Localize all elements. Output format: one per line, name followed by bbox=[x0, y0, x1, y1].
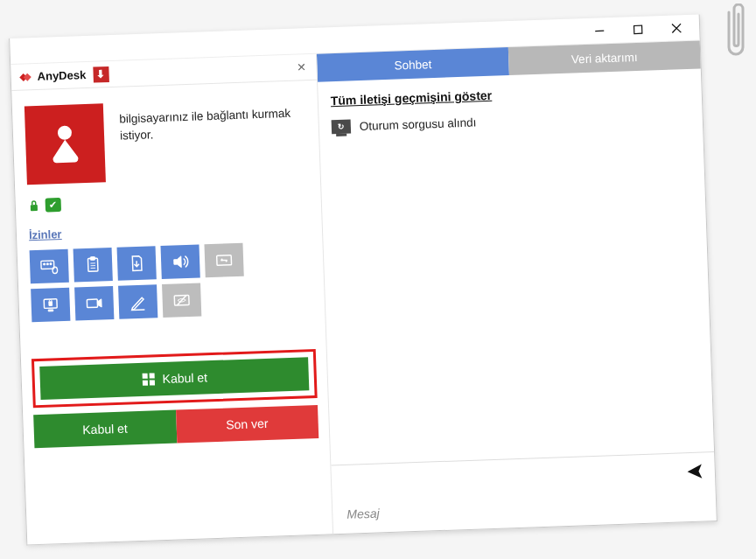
svg-rect-11 bbox=[50, 263, 52, 265]
app-window: AnyDesk ⬇ × bilgisayarınız ile bağlantı … bbox=[9, 14, 718, 545]
svg-rect-22 bbox=[87, 299, 97, 308]
send-icon[interactable] bbox=[684, 462, 704, 486]
perm-display-switch[interactable] bbox=[204, 243, 243, 278]
anydesk-logo-icon bbox=[16, 69, 32, 86]
reject-button[interactable]: Son ver bbox=[176, 405, 319, 444]
perm-lock[interactable] bbox=[31, 288, 70, 323]
accept-label: Kabul et bbox=[82, 422, 128, 437]
chat-body bbox=[319, 124, 714, 465]
requester-block: bilgisayarınız ile bağlantı kurmak istiy… bbox=[11, 80, 320, 194]
request-panel: AnyDesk ⬇ × bilgisayarınız ile bağlantı … bbox=[10, 54, 333, 545]
svg-rect-14 bbox=[90, 257, 95, 261]
shield-icon bbox=[141, 372, 156, 387]
app-name: AnyDesk bbox=[37, 68, 86, 83]
verified-status-icon: ✔ bbox=[46, 198, 62, 213]
vignette bbox=[0, 542, 756, 559]
request-text: bilgisayarınız ile bağlantı kurmak istiy… bbox=[119, 105, 306, 144]
perm-clipboard[interactable] bbox=[74, 248, 113, 283]
svg-point-6 bbox=[58, 126, 73, 141]
log-text: Oturum sorgusu alındı bbox=[360, 115, 477, 133]
permissions-grid bbox=[17, 239, 264, 335]
tab-close-icon[interactable]: × bbox=[291, 58, 312, 76]
action-row: Kabul et Son ver bbox=[33, 405, 318, 448]
svg-rect-20 bbox=[48, 310, 53, 311]
window-close[interactable] bbox=[657, 15, 696, 41]
window-maximize[interactable] bbox=[619, 17, 658, 43]
perm-file-transfer[interactable] bbox=[117, 246, 157, 281]
perm-privacy[interactable] bbox=[162, 283, 201, 318]
perm-keyboard-mouse[interactable] bbox=[30, 249, 69, 284]
accept-highlight-box: Kabul et bbox=[32, 349, 318, 408]
session-icon: ↻ bbox=[332, 119, 352, 134]
lock-status-icon bbox=[28, 199, 41, 213]
svg-rect-26 bbox=[142, 374, 147, 379]
svg-rect-28 bbox=[143, 381, 148, 386]
perm-draw[interactable] bbox=[118, 284, 158, 319]
perm-record[interactable] bbox=[74, 286, 114, 321]
reject-label: Son ver bbox=[226, 416, 269, 432]
paperclip-decoration bbox=[721, 3, 751, 66]
svg-rect-9 bbox=[44, 263, 46, 265]
perm-audio[interactable] bbox=[160, 245, 200, 280]
accept-main-button[interactable]: Kabul et bbox=[39, 357, 309, 400]
requester-avatar bbox=[24, 103, 106, 185]
svg-point-12 bbox=[52, 267, 58, 274]
svg-rect-21 bbox=[49, 302, 52, 306]
accept-main-label: Kabul et bbox=[162, 370, 207, 386]
svg-line-23 bbox=[132, 310, 145, 311]
window-minimize[interactable] bbox=[580, 17, 620, 44]
svg-rect-29 bbox=[150, 380, 155, 385]
accept-button[interactable]: Kabul et bbox=[33, 410, 177, 449]
svg-rect-27 bbox=[149, 373, 154, 378]
message-bar: Mesaj bbox=[331, 451, 716, 534]
svg-rect-1 bbox=[634, 25, 642, 33]
session-tab-icon[interactable]: ⬇ bbox=[93, 66, 109, 83]
svg-rect-10 bbox=[46, 263, 48, 265]
svg-rect-7 bbox=[31, 205, 38, 211]
chat-panel: Sohbet Veri aktarımı Tüm iletişi geçmişi… bbox=[317, 40, 717, 534]
